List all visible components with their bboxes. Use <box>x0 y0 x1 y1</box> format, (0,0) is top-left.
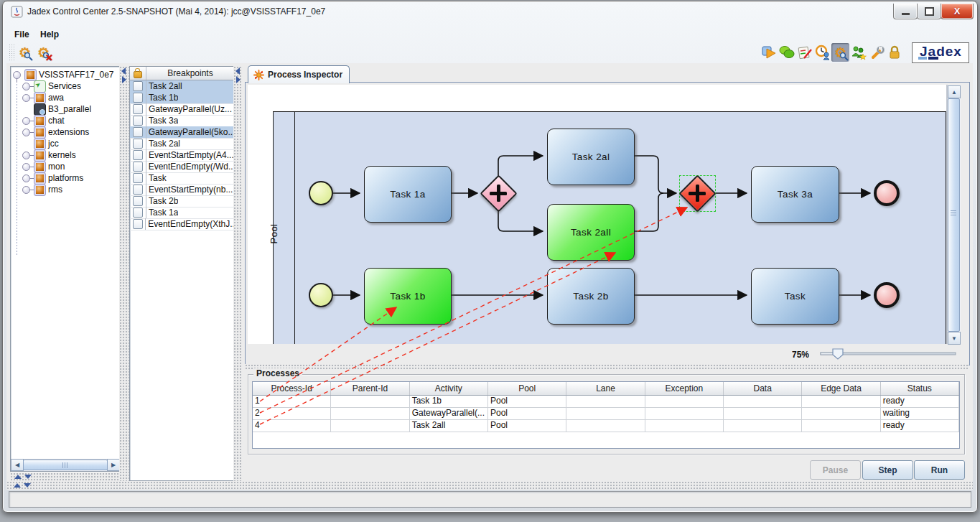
breakpoint-row[interactable]: Task <box>130 172 234 185</box>
breakpoint-row[interactable]: EventEndEmpty(/Wd... <box>130 161 234 173</box>
security-lock-icon[interactable] <box>885 43 903 62</box>
close-button[interactable]: X <box>941 4 974 19</box>
tree-item-kernels[interactable]: kernels <box>11 149 120 161</box>
splitter-collapse-left[interactable] <box>235 67 240 75</box>
bpmn-start-event-2[interactable] <box>309 283 333 307</box>
splitter-collapse-right[interactable] <box>236 76 241 83</box>
splitter-expand-down[interactable] <box>24 475 32 479</box>
diagram-canvas[interactable]: Pool <box>248 85 947 344</box>
breakpoint-row[interactable]: Task 2al <box>130 138 234 150</box>
splitter-collapse-right[interactable] <box>122 76 126 83</box>
breakpoint-row[interactable]: Task 1b <box>130 92 234 104</box>
starter-icon[interactable] <box>760 43 778 62</box>
kill-platform-icon[interactable]: ⚙ ✕ <box>34 43 52 62</box>
tree-item-chat[interactable]: chat <box>11 115 120 126</box>
settings-wrench-icon[interactable] <box>867 43 885 62</box>
breakpoint-row[interactable]: Task 3a <box>130 115 234 127</box>
tree-expand-handle[interactable] <box>22 117 30 125</box>
tree-expand-handle[interactable] <box>22 129 30 136</box>
breakpoint-checkbox[interactable] <box>133 173 143 183</box>
splitter-expand-down[interactable] <box>24 483 31 488</box>
breakpoint-row[interactable]: EventStartEmpty(nb... <box>130 184 234 196</box>
bpmn-task-1a[interactable]: Task 1a <box>364 166 452 223</box>
bpmn-task-2b[interactable]: Task 2b <box>547 268 635 325</box>
debugger-icon[interactable]: ⚙ <box>831 43 849 62</box>
column-header-process-id[interactable]: Process-Id <box>253 382 331 395</box>
diagram-vscroll-thumb[interactable] <box>948 98 960 332</box>
maximize-button[interactable] <box>917 4 941 19</box>
statusbar-splitter[interactable] <box>6 481 973 490</box>
bpmn-task-3a[interactable]: Task 3a <box>751 166 839 223</box>
menu-file[interactable]: File <box>10 28 34 41</box>
breakpoint-checkbox[interactable] <box>133 162 143 172</box>
breakpoint-checkbox[interactable] <box>133 185 143 195</box>
breakpoint-checkbox[interactable] <box>133 196 143 206</box>
breakpoint-row[interactable]: Task 2b <box>130 195 234 208</box>
breakpoint-checkbox[interactable] <box>133 93 143 103</box>
column-header-exception[interactable]: Exception <box>645 382 724 395</box>
toolbar-drag-handle[interactable] <box>9 44 14 61</box>
tree-item-platforms[interactable]: platforms <box>11 172 120 184</box>
tree-item-extensions[interactable]: extensions <box>11 126 120 138</box>
breakpoint-checkbox[interactable] <box>133 139 143 149</box>
column-header-edge-data[interactable]: Edge Data <box>802 382 880 395</box>
tab-process-inspector[interactable]: Process Inspector <box>248 65 350 83</box>
column-header-lane[interactable]: Lane <box>566 382 645 395</box>
bpmn-task-2al[interactable]: Task 2al <box>547 129 635 185</box>
column-header-data[interactable]: Data <box>724 382 802 395</box>
bpmn-start-event-1[interactable] <box>309 181 333 205</box>
breakpoint-checkbox[interactable] <box>133 208 143 218</box>
tree-item-b3_parallel[interactable]: B3_parallel <box>11 103 120 115</box>
diagram-vscroll-up-button[interactable]: ▲ <box>948 85 961 98</box>
menu-help[interactable]: Help <box>36 28 63 41</box>
breakpoint-checkbox[interactable] <box>133 219 143 229</box>
breakpoint-row[interactable]: GatewayParallel(Uz... <box>130 103 234 116</box>
tree-expand-handle[interactable] <box>13 71 21 79</box>
minimize-button[interactable] <box>893 4 918 19</box>
process-row[interactable]: 2GatewayParallel(...Poolwaiting <box>253 408 959 420</box>
tree-expand-handle[interactable] <box>22 174 30 182</box>
bpmn-task[interactable]: Task <box>751 268 839 325</box>
conversation-icon[interactable] <box>778 43 795 62</box>
tree-expand-handle[interactable] <box>22 152 30 159</box>
breakpoint-row[interactable]: EventStartEmpty(A4... <box>130 149 234 162</box>
bpmn-end-event-1[interactable] <box>874 180 900 206</box>
tree-expand-handle[interactable] <box>22 83 30 90</box>
breakpoint-checkbox[interactable] <box>133 81 143 91</box>
breakpoints-inspector-splitter[interactable] <box>233 66 243 481</box>
process-row[interactable]: 4Task 2allPoolready <box>253 420 959 432</box>
column-header-activity[interactable]: Activity <box>410 382 488 395</box>
awareness-icon[interactable] <box>849 43 867 62</box>
tree-expand-handle[interactable] <box>22 163 30 171</box>
breakpoint-checkbox[interactable] <box>133 127 143 137</box>
step-button[interactable]: Step <box>862 460 913 480</box>
tree-item-services[interactable]: Services <box>11 80 120 92</box>
diagram-vscroll-down-button[interactable]: ▼ <box>948 332 961 345</box>
pause-button[interactable]: Pause <box>810 460 861 480</box>
breakpoint-row[interactable]: Task 2all <box>130 80 234 93</box>
run-button[interactable]: Run <box>914 460 965 480</box>
open-platform-icon[interactable]: ⚙ <box>16 43 34 62</box>
tree-item-awa[interactable]: awa <box>11 92 120 103</box>
splitter-collapse-left[interactable] <box>121 67 126 75</box>
tree-item-root[interactable]: VSISSTAFF17_0e7 <box>11 69 120 80</box>
column-header-parent-id[interactable]: Parent-Id <box>331 382 409 395</box>
tree-breakpoints-splitter[interactable] <box>119 66 129 481</box>
process-row[interactable]: 1Task 1bPoolready <box>253 396 959 408</box>
breakpoint-row[interactable]: GatewayParallel(5ko... <box>130 126 234 139</box>
tree-expand-handle[interactable] <box>22 94 30 102</box>
tree-item-rms[interactable]: rms <box>11 184 120 195</box>
breakpoint-checkbox[interactable] <box>133 116 143 126</box>
tree-item-jcc[interactable]: jcc <box>11 138 120 149</box>
breakpoint-checkbox[interactable] <box>133 150 143 160</box>
testcenter-icon[interactable] <box>795 43 813 62</box>
tree-hscroll-thumb[interactable] <box>23 460 108 470</box>
diagram-processes-splitter[interactable] <box>245 364 969 370</box>
zoom-slider[interactable] <box>818 347 959 360</box>
splitter-expand-up[interactable] <box>14 475 22 479</box>
tree-expand-handle[interactable] <box>22 186 30 194</box>
tree-hscroll-left-button[interactable]: ◀ <box>11 459 24 471</box>
breakpoint-row[interactable]: Task 1a <box>130 207 234 219</box>
column-header-pool[interactable]: Pool <box>488 382 566 395</box>
bpmn-end-event-2[interactable] <box>874 282 900 308</box>
